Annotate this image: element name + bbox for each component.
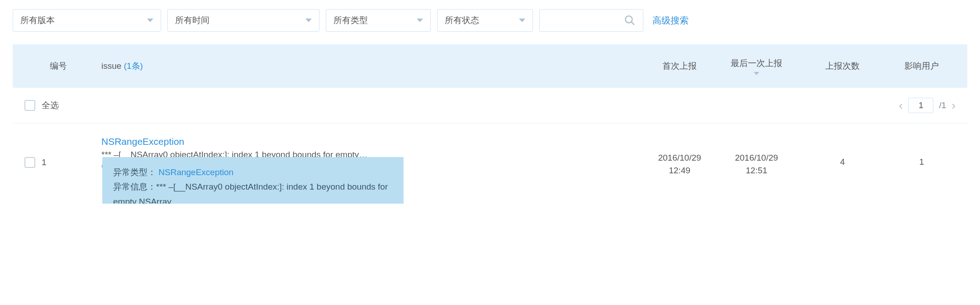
chevron-down-icon xyxy=(305,19,312,22)
prev-page-button[interactable]: ‹ xyxy=(899,99,903,113)
affected-users: 1 xyxy=(888,157,956,167)
page-input[interactable] xyxy=(908,98,933,113)
report-count: 4 xyxy=(797,157,888,167)
search-input[interactable] xyxy=(539,9,643,32)
last-report-time: 2016/10/29 12:51 xyxy=(716,152,797,176)
next-page-button[interactable]: › xyxy=(951,99,956,113)
chevron-down-icon xyxy=(147,19,153,22)
divider xyxy=(13,123,967,124)
tooltip-type-value: NSRangeException xyxy=(158,167,233,177)
header-affected-users: 影响用户 xyxy=(888,60,956,72)
row-index: 1 xyxy=(42,157,47,167)
header-id: 编号 xyxy=(24,60,101,72)
row-checkbox[interactable] xyxy=(24,157,35,168)
issue-count-link[interactable]: (1条) xyxy=(124,61,143,71)
header-report-count: 上报次数 xyxy=(797,60,888,72)
tooltip-msg-label: 异常信息： xyxy=(113,182,156,191)
tooltip-type-label: 异常类型： xyxy=(113,167,156,177)
header-last-report[interactable]: 最后一次上报 xyxy=(716,57,797,75)
header-first-report: 首次上报 xyxy=(643,60,716,72)
version-dropdown-label: 所有版本 xyxy=(20,14,55,26)
status-dropdown[interactable]: 所有状态 xyxy=(437,9,533,32)
issue-title-link[interactable]: NSRangeException xyxy=(101,136,643,147)
svg-point-0 xyxy=(625,16,632,23)
time-dropdown-label: 所有时间 xyxy=(175,14,209,26)
advanced-search-link[interactable]: 高级搜索 xyxy=(652,14,689,27)
page-total: /1 xyxy=(939,100,946,110)
table-header: 编号 issue (1条) 首次上报 最后一次上报 上报次数 影响用户 xyxy=(13,44,967,88)
chevron-down-icon xyxy=(754,72,759,75)
chevron-down-icon xyxy=(519,19,525,22)
svg-line-1 xyxy=(632,22,634,25)
type-dropdown[interactable]: 所有类型 xyxy=(326,9,431,32)
select-all-row: 全选 ‹ /1 › xyxy=(13,88,967,123)
time-dropdown[interactable]: 所有时间 xyxy=(167,9,319,32)
pager: ‹ /1 › xyxy=(899,98,956,113)
select-all-checkbox[interactable] xyxy=(24,100,35,111)
issue-tooltip: 异常类型： NSRangeException 异常信息：*** –[__NSAr… xyxy=(102,157,404,204)
select-all-label: 全选 xyxy=(42,100,59,111)
search-icon xyxy=(624,14,636,26)
filter-bar: 所有版本 所有时间 所有类型 所有状态 高级搜索 xyxy=(13,9,967,32)
version-dropdown[interactable]: 所有版本 xyxy=(13,9,161,32)
first-report-time: 2016/10/29 12:49 xyxy=(643,152,716,176)
status-dropdown-label: 所有状态 xyxy=(445,14,479,26)
type-dropdown-label: 所有类型 xyxy=(333,14,368,26)
header-issue: issue (1条) xyxy=(101,60,643,72)
table-row: 1 NSRangeException *** –[__NSArray0 obje… xyxy=(13,131,967,176)
chevron-down-icon xyxy=(417,19,423,22)
